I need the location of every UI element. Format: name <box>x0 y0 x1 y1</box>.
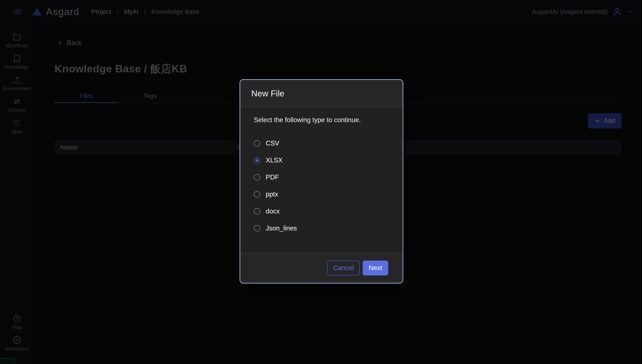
dialog-subtitle: Select the following type to continue. <box>254 116 389 124</box>
radio-option-label: PDF <box>266 174 279 181</box>
radio-option-label: docx <box>266 208 279 215</box>
radio-option-label: pptx <box>266 190 278 198</box>
file-type-options: CSV XLSX PDF pptx docx Json_lines <box>254 135 389 237</box>
radio-option-label: CSV <box>266 140 279 147</box>
cancel-button[interactable]: Cancel <box>327 260 360 276</box>
radio-icon[interactable] <box>254 191 260 198</box>
new-file-dialog: New File Select the following type to co… <box>240 79 403 284</box>
dialog-footer: Cancel Next <box>240 253 403 283</box>
radio-option-csv[interactable]: CSV <box>254 135 389 152</box>
radio-icon[interactable] <box>254 208 260 214</box>
radio-icon[interactable] <box>254 140 260 146</box>
dialog-title: New File <box>251 89 284 98</box>
radio-option-json-lines[interactable]: Json_lines <box>254 220 389 237</box>
dialog-body: Select the following type to continue. C… <box>240 107 403 253</box>
radio-icon-selected[interactable] <box>254 157 260 164</box>
radio-option-pdf[interactable]: PDF <box>254 169 389 186</box>
radio-option-label: XLSX <box>266 156 282 164</box>
radio-icon[interactable] <box>254 174 260 180</box>
next-button[interactable]: Next <box>363 260 388 276</box>
radio-option-xlsx[interactable]: XLSX <box>254 152 389 169</box>
dialog-header: New File <box>240 80 403 107</box>
radio-option-docx[interactable]: docx <box>254 203 389 220</box>
radio-option-pptx[interactable]: pptx <box>254 186 389 203</box>
radio-icon[interactable] <box>254 225 260 232</box>
radio-option-label: Json_lines <box>266 224 297 232</box>
